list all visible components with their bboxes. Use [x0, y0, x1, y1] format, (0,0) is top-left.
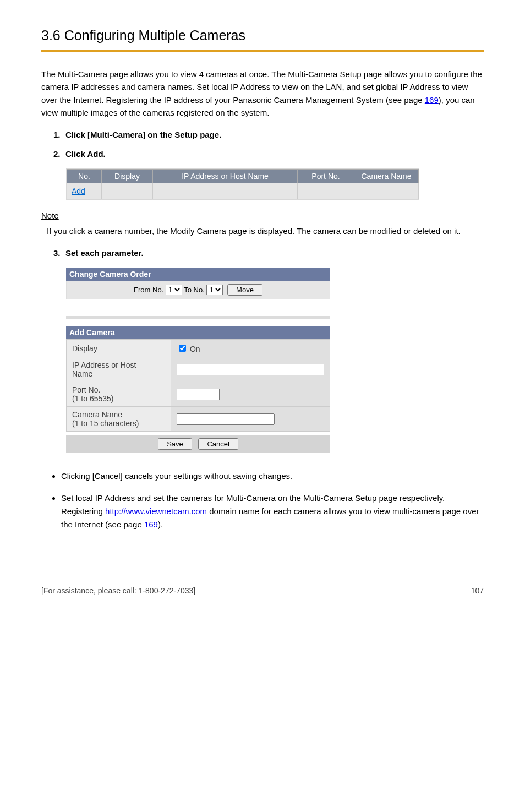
step-1: 1.Click [Multi-Camera] on the Setup page… — [41, 130, 484, 139]
step-3-text: Set each parameter. — [65, 248, 144, 258]
change-order-header: Change Camera Order — [66, 268, 330, 281]
trailing-notes: Clicking [Cancel] cancels your settings … — [41, 470, 484, 531]
intro-paragraph: The Multi-Camera page allows you to view… — [41, 68, 484, 119]
camname-label-l1: Camera Name — [72, 410, 122, 419]
note-body: If you click a camera number, the Modify… — [41, 225, 484, 237]
cell-ip — [153, 183, 298, 199]
camname-label: Camera Name (1 to 15 characters) — [67, 407, 171, 432]
footer-left: [For assistance, please call: 1-800-272-… — [41, 586, 195, 595]
port-label-l2: (1 to 65535) — [72, 394, 114, 403]
section-heading: 3.6 Configuring Multiple Cameras — [41, 28, 484, 43]
heading-divider — [41, 50, 484, 52]
step-2-text: Click Add. — [65, 149, 106, 159]
bullet-1: Clicking [Cancel] cancels your settings … — [61, 470, 484, 483]
to-select[interactable]: 1 — [206, 285, 223, 295]
port-label-l1: Port No. — [72, 385, 100, 394]
col-port: Port No. — [298, 170, 354, 183]
change-order-panel: Change Camera Order From No. 1 To No. 1 … — [66, 268, 330, 453]
note-block: Note If you click a camera number, the M… — [41, 211, 484, 237]
on-text: On — [190, 345, 200, 353]
intro-text-before: The Multi-Camera page allows you to view… — [41, 69, 482, 105]
from-label: From No. — [134, 286, 163, 294]
bullet-2: Set local IP Address and set the cameras… — [61, 492, 484, 531]
col-camname: Camera Name — [354, 170, 419, 183]
port-label: Port No. (1 to 65535) — [67, 382, 171, 407]
display-on-checkbox[interactable] — [179, 345, 186, 352]
intro-page-link[interactable]: 169 — [425, 95, 439, 105]
col-ip: IP Address or Host Name — [153, 170, 298, 183]
step-3: 3.Set each parameter. — [41, 248, 484, 258]
ip-label-l2: Name — [72, 369, 92, 378]
cell-camname — [354, 183, 419, 199]
ip-label: IP Address or Host Name — [67, 357, 171, 382]
cancel-button[interactable]: Cancel — [198, 438, 238, 450]
camera-table-screenshot: No. Display IP Address or Host Name Port… — [66, 168, 419, 200]
col-display: Display — [102, 170, 153, 183]
to-label: To No. — [184, 286, 205, 294]
cell-port — [298, 183, 354, 199]
step-1-text: Click [Multi-Camera] on the Setup page. — [65, 130, 221, 139]
save-button[interactable]: Save — [158, 438, 192, 450]
col-no: No. — [67, 170, 102, 183]
step-2: 2.Click Add. — [41, 149, 484, 159]
add-link[interactable]: Add — [72, 187, 85, 195]
camname-label-l2: (1 to 15 characters) — [72, 419, 139, 428]
footer-page-number: 107 — [471, 586, 484, 595]
add-camera-header: Add Camera — [66, 326, 330, 339]
port-input[interactable] — [177, 389, 220, 400]
note-label: Note — [41, 211, 484, 220]
panel-separator — [66, 316, 330, 319]
from-select[interactable]: 1 — [166, 285, 182, 295]
viewnetcam-link[interactable]: http://www.viewnetcam.com — [105, 506, 207, 516]
move-button[interactable]: Move — [227, 284, 262, 296]
b2-after: ). — [158, 520, 163, 529]
ip-label-l1: IP Address or Host — [72, 361, 136, 369]
b2-page-link[interactable]: 169 — [144, 520, 158, 529]
display-label: Display — [67, 340, 171, 357]
camname-input[interactable] — [177, 413, 275, 425]
cell-display — [102, 183, 153, 199]
ip-input[interactable] — [177, 364, 324, 375]
